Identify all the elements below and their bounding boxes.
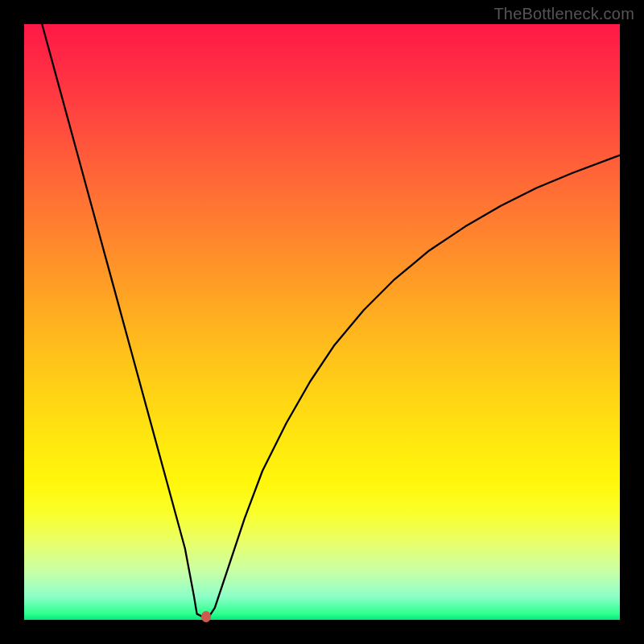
minimum-marker xyxy=(201,611,211,622)
chart-frame: TheBottleneck.com xyxy=(0,0,644,644)
bottleneck-curve xyxy=(24,24,620,620)
watermark-text: TheBottleneck.com xyxy=(493,5,634,23)
plot-area xyxy=(24,24,620,620)
